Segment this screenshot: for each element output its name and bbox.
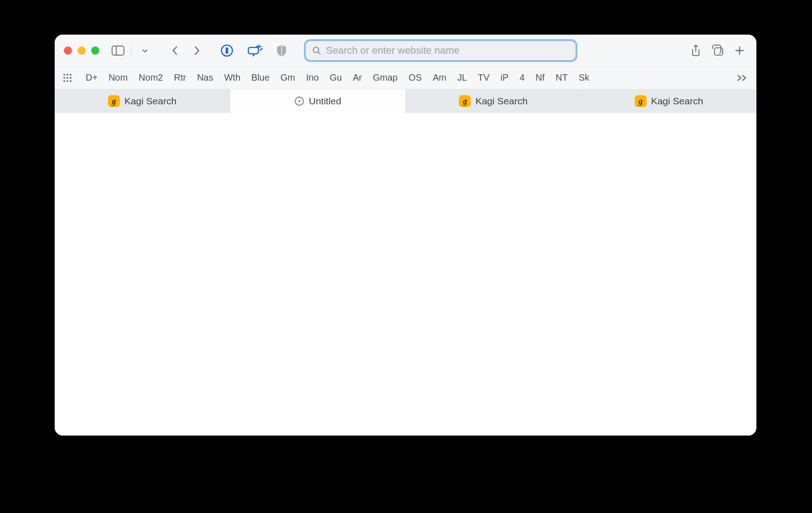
favorite-item[interactable]: Gm <box>281 72 295 83</box>
zoom-window-button[interactable] <box>91 46 99 55</box>
tab-kagi-search[interactable]: g Kagi Search <box>581 89 756 113</box>
favorite-item[interactable]: Gmap <box>373 72 397 83</box>
new-tab-button[interactable] <box>732 43 747 58</box>
sidebar-toggle-button[interactable] <box>110 43 126 58</box>
svg-point-11 <box>67 74 68 76</box>
svg-point-15 <box>70 77 72 79</box>
favorite-item[interactable]: Wth <box>224 72 241 83</box>
favorite-item[interactable]: Ar <box>353 72 362 83</box>
favorite-item[interactable]: Blue <box>252 72 270 83</box>
tab-label: Untitled <box>309 96 341 107</box>
svg-point-16 <box>63 80 65 82</box>
tab-kagi-search[interactable]: g Kagi Search <box>406 89 581 113</box>
privacy-shield-icon[interactable] <box>274 43 289 58</box>
favorites-overflow-button[interactable] <box>736 74 748 82</box>
favorite-item[interactable]: NT <box>555 72 568 83</box>
svg-rect-3 <box>226 47 228 54</box>
tab-label: Kagi Search <box>475 96 527 107</box>
favorite-item[interactable]: Ino <box>306 72 319 83</box>
tab-label: Kagi Search <box>124 96 176 107</box>
onepassword-extension-icon[interactable] <box>219 43 235 58</box>
window-controls <box>64 46 99 55</box>
favorite-item[interactable]: Am <box>433 72 447 83</box>
tab-strip: g Kagi Search Untitled g Kagi Search g K… <box>55 89 756 113</box>
favorite-item[interactable]: Gu <box>330 72 342 83</box>
favorite-item[interactable]: D+ <box>86 72 98 83</box>
favorite-item[interactable]: TV <box>478 72 490 83</box>
close-window-button[interactable] <box>64 46 72 55</box>
address-bar[interactable] <box>304 39 577 62</box>
minimize-window-button[interactable] <box>77 46 86 55</box>
favorite-item[interactable]: Sk <box>579 72 589 83</box>
share-button[interactable] <box>688 43 704 58</box>
svg-point-17 <box>67 80 68 82</box>
tab-overview-button[interactable] <box>710 43 725 58</box>
back-button[interactable] <box>167 43 183 58</box>
favorite-item[interactable]: 4 <box>519 72 524 83</box>
forward-button[interactable] <box>189 43 205 58</box>
favorites-bar: D+ Nom Nom2 Rtr Nas Wth Blue Gm Ino Gu A… <box>55 67 756 89</box>
tab-untitled[interactable]: Untitled <box>230 89 406 113</box>
kagi-icon: g <box>459 95 471 107</box>
favorite-item[interactable]: iP <box>500 72 509 83</box>
translate-extension-icon[interactable] <box>247 43 263 58</box>
svg-point-4 <box>313 47 319 52</box>
favorite-item[interactable]: Rtr <box>174 72 186 83</box>
search-icon <box>312 46 321 55</box>
page-content <box>55 113 756 436</box>
svg-point-12 <box>70 74 72 76</box>
tab-kagi-search[interactable]: g Kagi Search <box>55 89 230 113</box>
compass-icon <box>294 96 304 106</box>
favorite-item[interactable]: Nom2 <box>139 72 163 83</box>
separator <box>131 44 132 57</box>
tab-group-dropdown-button[interactable] <box>137 43 153 58</box>
toolbar <box>55 35 756 67</box>
safari-window: D+ Nom Nom2 Rtr Nas Wth Blue Gm Ino Gu A… <box>55 35 756 436</box>
favorite-item[interactable]: Nom <box>108 72 128 83</box>
favorite-item[interactable]: OS <box>409 72 422 83</box>
svg-line-5 <box>319 52 321 54</box>
favorite-item[interactable]: Nas <box>197 72 213 83</box>
tab-label: Kagi Search <box>651 96 703 107</box>
kagi-icon: g <box>635 95 647 107</box>
svg-marker-20 <box>298 100 301 103</box>
favorite-item[interactable]: JL <box>457 72 467 83</box>
address-input[interactable] <box>326 45 569 56</box>
svg-point-10 <box>63 74 65 76</box>
svg-rect-0 <box>112 46 124 55</box>
svg-rect-7 <box>714 48 723 55</box>
kagi-icon: g <box>108 95 120 107</box>
svg-point-18 <box>70 80 72 82</box>
svg-point-14 <box>67 77 68 79</box>
favorite-item[interactable]: Nf <box>535 72 545 83</box>
svg-point-13 <box>63 77 65 79</box>
apps-grid-icon[interactable] <box>63 73 72 82</box>
